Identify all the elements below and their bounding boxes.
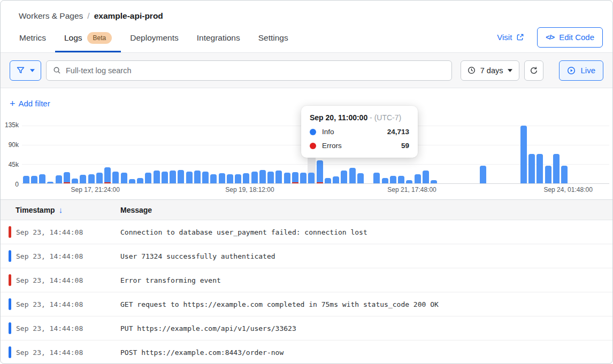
chart-bar-slot[interactable] [112, 126, 120, 183]
chart-bar-slot[interactable] [258, 126, 266, 183]
chart-bar-slot[interactable] [250, 126, 258, 183]
chart-bar[interactable] [162, 172, 168, 183]
chart-bar-slot[interactable] [291, 126, 299, 183]
chart-bar[interactable] [520, 126, 527, 183]
chart-bar[interactable] [227, 174, 233, 183]
chart-bar-slot[interactable] [487, 126, 495, 183]
chart-bar[interactable] [341, 171, 347, 183]
chart-bar[interactable] [104, 167, 111, 183]
chart-bar[interactable] [308, 173, 315, 183]
chart-bar-slot[interactable] [104, 126, 112, 183]
chart-bar-slot[interactable] [185, 126, 193, 183]
table-row[interactable]: Sep 23, 14:44:08GET request to https://e… [1, 292, 612, 316]
chart-bar[interactable] [186, 172, 193, 183]
chart-bar-slot[interactable] [446, 126, 454, 183]
chart-bar[interactable] [121, 173, 127, 183]
tab-deployments[interactable]: Deployments [121, 25, 187, 52]
chart-bar-slot[interactable] [128, 126, 136, 183]
chart-bar-slot[interactable] [267, 126, 275, 183]
chart-bar-slot[interactable] [544, 126, 552, 183]
chart-bar[interactable] [235, 174, 241, 183]
chart-bar[interactable] [202, 172, 209, 183]
chart-bar-slot[interactable] [120, 126, 128, 183]
chart-bar[interactable] [56, 175, 62, 183]
chart-bar[interactable] [31, 176, 37, 183]
chart-bar-slot[interactable] [136, 126, 144, 183]
chart-bar[interactable] [243, 173, 249, 183]
chart-bar-slot[interactable] [536, 126, 544, 183]
chart-bar-slot[interactable] [218, 126, 226, 183]
chart-bar[interactable] [275, 171, 282, 183]
chart-bar[interactable] [72, 179, 78, 183]
chart-bar[interactable] [129, 179, 135, 183]
chart-bar-slot[interactable] [95, 126, 103, 183]
refresh-button[interactable] [524, 60, 543, 81]
filter-menu-button[interactable] [10, 60, 41, 81]
chart-bar-slot[interactable] [22, 126, 30, 183]
chart-bar[interactable] [373, 173, 380, 183]
chart-bar-slot[interactable] [569, 126, 577, 183]
chart-bar[interactable] [137, 178, 143, 183]
chart-bar[interactable] [178, 170, 184, 183]
chart-bar[interactable] [545, 166, 551, 183]
chart-bar-slot[interactable] [169, 126, 177, 183]
chart-bar[interactable] [431, 180, 437, 183]
chart-bar-slot[interactable] [202, 126, 210, 183]
chart-bar-slot[interactable] [226, 126, 234, 183]
chart-bar-slot[interactable] [601, 126, 609, 183]
chart-bar[interactable] [219, 173, 225, 183]
tab-metrics[interactable]: Metrics [10, 25, 55, 52]
chart-bar-slot[interactable] [528, 126, 536, 183]
chart-bar-slot[interactable] [63, 126, 71, 183]
chart-bar[interactable] [553, 154, 560, 183]
chart-bar-slot[interactable] [519, 126, 527, 183]
chart-bar[interactable] [300, 173, 306, 183]
chart-bar[interactable] [398, 176, 404, 183]
edit-code-button[interactable]: </> Edit Code [537, 27, 603, 48]
chart-bar-slot[interactable] [193, 126, 201, 183]
table-row[interactable]: Sep 23, 14:44:08User 71324 successfully … [1, 244, 612, 268]
chart-bar-slot[interactable] [177, 126, 185, 183]
chart-bar[interactable] [382, 178, 388, 183]
tab-settings[interactable]: Settings [249, 25, 297, 52]
chart-bar[interactable] [357, 173, 364, 183]
chart-bar-slot[interactable] [495, 126, 503, 183]
chart-bar-slot[interactable] [242, 126, 250, 183]
search-input[interactable] [66, 66, 445, 75]
chart-bar[interactable] [145, 173, 151, 183]
table-row[interactable]: Sep 23, 14:44:08PUT https://example.com/… [1, 316, 612, 340]
chart-bar-slot[interactable] [511, 126, 519, 183]
chart-bar-slot[interactable] [283, 126, 291, 183]
chart-bar[interactable] [561, 166, 568, 183]
chart-bar-slot[interactable] [422, 126, 430, 183]
chart-bar-slot[interactable] [503, 126, 511, 183]
chart-bar-slot[interactable] [463, 126, 471, 183]
chart-bar[interactable] [80, 175, 86, 183]
chart-bar[interactable] [390, 176, 396, 183]
chart-bar-slot[interactable] [577, 126, 585, 183]
chart-bar[interactable] [480, 166, 486, 183]
chart-bar[interactable] [96, 173, 103, 183]
time-range-dropdown[interactable]: 7 days [461, 60, 520, 81]
chart-bar[interactable] [88, 174, 95, 183]
chart-bar[interactable] [194, 171, 201, 183]
chart-bar-slot[interactable] [210, 126, 218, 183]
breadcrumb-section[interactable]: Workers & Pages [19, 11, 83, 21]
chart-bar[interactable] [292, 172, 298, 183]
chart-bar-slot[interactable] [479, 126, 487, 183]
chart-bar-slot[interactable] [234, 126, 242, 183]
chart-bar[interactable] [112, 172, 119, 183]
live-button[interactable]: Live [559, 60, 603, 81]
chart-bar-slot[interactable] [438, 126, 446, 183]
chart-bar-slot[interactable] [152, 126, 160, 183]
chart-bar[interactable] [333, 176, 339, 183]
chart-bar-slot[interactable] [593, 126, 601, 183]
chart-bar[interactable] [170, 171, 176, 183]
chart-bar[interactable] [528, 154, 535, 183]
tab-logs[interactable]: Logs Beta [55, 25, 121, 52]
chart-bar[interactable] [39, 174, 45, 183]
chart-bar-slot[interactable] [87, 126, 95, 183]
chart-bar[interactable] [325, 178, 331, 183]
chart-bar-slot[interactable] [585, 126, 593, 183]
tab-integrations[interactable]: Integrations [188, 25, 249, 52]
